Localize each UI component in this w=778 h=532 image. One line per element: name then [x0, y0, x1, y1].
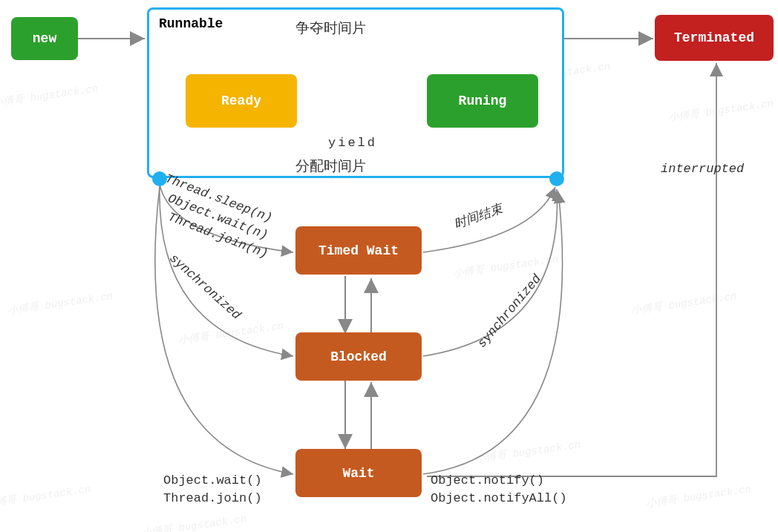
label-object-wait: Object.wait() — [163, 473, 262, 487]
watermark: 小傅哥 bugstack.cn — [140, 512, 247, 532]
label-time-over: 时间结束 — [451, 200, 505, 233]
watermark: 小傅哥 bugstack.cn — [667, 96, 774, 125]
label-compete-slice: 争夺时间片 — [295, 19, 366, 38]
watermark: 小傅哥 bugstack.cn — [474, 438, 581, 466]
state-ready: Ready — [186, 74, 297, 128]
state-terminated: Terminated — [655, 15, 774, 61]
state-timed-wait: Timed Wait — [295, 226, 422, 275]
watermark: 小傅哥 bugstack.cn — [452, 252, 559, 280]
label-synchronized-left: synchronized — [166, 251, 243, 322]
runnable-title: Runnable — [159, 16, 223, 31]
label-yield: yield — [328, 136, 377, 150]
state-running: Runing — [427, 74, 538, 128]
state-wait: Wait — [295, 449, 422, 497]
label-synchronized-right: synchronized — [475, 272, 544, 351]
watermark: 小傅哥 bugstack.cn — [0, 482, 91, 510]
label-object-notifyAll: Object.notifyAll() — [431, 491, 567, 505]
state-new: new — [11, 17, 78, 60]
state-blocked: Blocked — [295, 332, 422, 381]
watermark: 小傅哥 bugstack.cn — [645, 482, 752, 510]
label-thread-join: Thread.join() — [163, 491, 262, 505]
connector-dot-right — [549, 171, 564, 186]
label-alloc-slice: 分配时间片 — [295, 157, 366, 176]
watermark: 小傅哥 bugstack.cn — [177, 319, 284, 347]
watermark: 小傅哥 bugstack.cn — [630, 289, 737, 318]
watermark: 小傅哥 bugstack.cn — [0, 82, 99, 110]
label-object-notify: Object.notify() — [431, 473, 544, 487]
watermark: 小傅哥 bugstack.cn — [7, 289, 114, 318]
label-interrupted: interrupted — [661, 162, 744, 176]
